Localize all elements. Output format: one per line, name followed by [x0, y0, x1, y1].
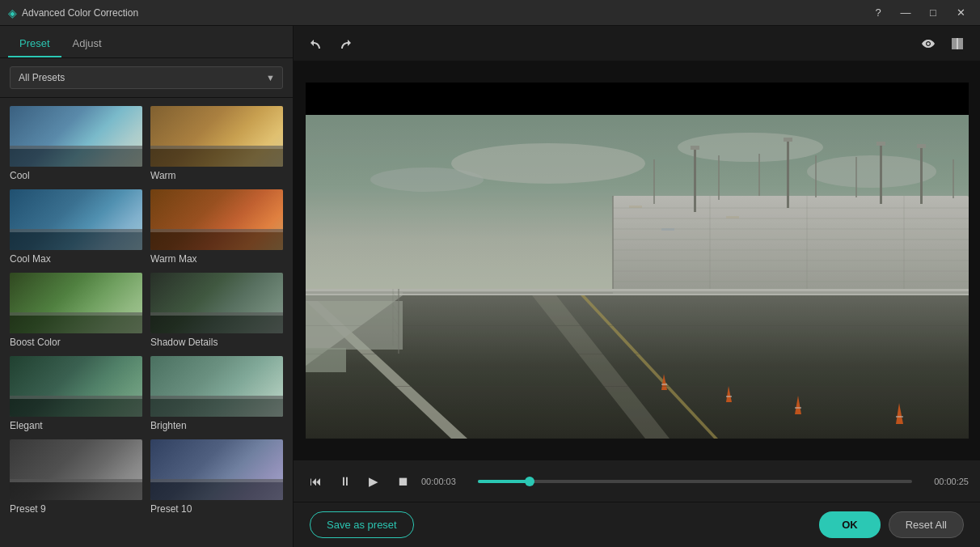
preset-item-boost-color[interactable]: Boost Color: [10, 273, 142, 348]
stop-button[interactable]: ⏹: [392, 471, 413, 492]
current-time: 00:00:03: [421, 477, 470, 486]
video-container: [306, 83, 969, 439]
preset-thumb-shadow: [150, 273, 283, 333]
top-toolbar: [294, 26, 980, 61]
preset-label-cool: Cool: [10, 170, 142, 181]
progress-thumb: [525, 477, 534, 486]
eye-icon: [921, 36, 936, 51]
undo-icon: [309, 36, 323, 51]
redo-icon: [338, 36, 353, 51]
maximize-button[interactable]: □: [922, 5, 944, 21]
preset-item-preset10[interactable]: Preset 10: [150, 439, 283, 515]
title-bar-controls: ? — □ ✕: [867, 5, 972, 21]
main-content: Preset Adjust All Presets My Presets Def…: [0, 26, 980, 547]
preset-dropdown-wrap: All Presets My Presets Default Presets ▼: [0, 58, 293, 98]
svg-rect-64: [306, 115, 969, 439]
preview-button[interactable]: [917, 32, 940, 55]
video-frame: [306, 115, 969, 439]
total-time: 00:00:25: [920, 477, 969, 486]
preset-label-preset9: Preset 9: [10, 503, 142, 515]
bottom-right: OK Reset All: [819, 511, 964, 538]
preset-label-preset10: Preset 10: [150, 503, 283, 515]
preset-thumb-preset9: [10, 439, 142, 500]
preset-item-cool-max[interactable]: Cool Max: [10, 189, 142, 265]
preset-item-warm-max[interactable]: Warm Max: [150, 189, 283, 265]
preset-item-shadow-details[interactable]: Shadow Details: [150, 273, 283, 348]
preset-grid: Cool Warm Cool Max Warm Max Boost Color: [0, 98, 293, 547]
player-controls: ⏮ ⏸ ▶ ⏹ 00:00:03 00:00:25: [294, 460, 980, 502]
progress-bar[interactable]: [478, 480, 912, 483]
preset-item-preset9[interactable]: Preset 9: [10, 439, 142, 515]
preset-item-cool[interactable]: Cool: [10, 106, 142, 181]
preset-label-shadow-details: Shadow Details: [150, 337, 283, 348]
preset-item-brighten[interactable]: Brighten: [150, 356, 283, 431]
preset-thumb-boost: [10, 273, 142, 333]
video-black-top: [306, 83, 969, 115]
preset-thumb-brighten: [150, 356, 283, 417]
tab-preset[interactable]: Preset: [8, 31, 61, 57]
bottom-left: Save as preset: [310, 511, 414, 538]
toolbar-right: [917, 32, 969, 55]
bottom-bar: Save as preset OK Reset All: [294, 502, 980, 547]
video-area: [294, 61, 980, 460]
undo-button[interactable]: [305, 32, 327, 55]
preset-thumb-warm: [150, 106, 283, 167]
tab-adjust[interactable]: Adjust: [61, 31, 113, 57]
app-title: Advanced Color Correction: [22, 7, 138, 19]
preset-grid-inner: Cool Warm Cool Max Warm Max Boost Color: [10, 106, 283, 515]
pause-button[interactable]: ⏸: [334, 471, 355, 492]
ok-button[interactable]: OK: [819, 511, 881, 538]
rewind-button[interactable]: ⏮: [305, 471, 326, 492]
compare-icon: [950, 36, 965, 51]
preset-item-warm[interactable]: Warm: [150, 106, 283, 181]
minimize-button[interactable]: —: [894, 5, 917, 21]
right-panel: ⏮ ⏸ ▶ ⏹ 00:00:03 00:00:25 Save as preset…: [294, 26, 980, 547]
left-panel: Preset Adjust All Presets My Presets Def…: [0, 26, 294, 547]
save-preset-button[interactable]: Save as preset: [310, 511, 414, 538]
compare-button[interactable]: [946, 32, 969, 55]
preset-label-elegant: Elegant: [10, 420, 142, 431]
preset-label-boost-color: Boost Color: [10, 337, 142, 348]
play-button[interactable]: ▶: [363, 471, 384, 492]
preset-dropdown-container: All Presets My Presets Default Presets ▼: [10, 66, 283, 89]
help-button[interactable]: ?: [867, 5, 889, 21]
title-bar-left: ◈ Advanced Color Correction: [8, 6, 138, 19]
preset-item-elegant[interactable]: Elegant: [10, 356, 142, 431]
redo-button[interactable]: [334, 32, 357, 55]
preset-thumb-cool: [10, 106, 142, 167]
preset-label-warm: Warm: [150, 170, 283, 181]
preset-label-cool-max: Cool Max: [10, 253, 142, 265]
preset-thumb-elegant: [10, 356, 142, 417]
preset-thumb-preset10: [150, 439, 283, 500]
close-button[interactable]: ✕: [949, 5, 972, 21]
preset-thumb-warm-max: [150, 189, 283, 250]
preset-label-warm-max: Warm Max: [150, 253, 283, 265]
reset-button[interactable]: Reset All: [889, 511, 964, 538]
preset-dropdown[interactable]: All Presets My Presets Default Presets: [10, 66, 283, 89]
title-bar: ◈ Advanced Color Correction ? — □ ✕: [0, 0, 980, 26]
preset-label-brighten: Brighten: [150, 420, 283, 431]
progress-fill: [478, 480, 530, 483]
preset-thumb-cool-max: [10, 189, 142, 250]
app-icon: ◈: [8, 6, 17, 19]
tabs: Preset Adjust: [0, 26, 293, 58]
toolbar-left: [305, 32, 357, 55]
